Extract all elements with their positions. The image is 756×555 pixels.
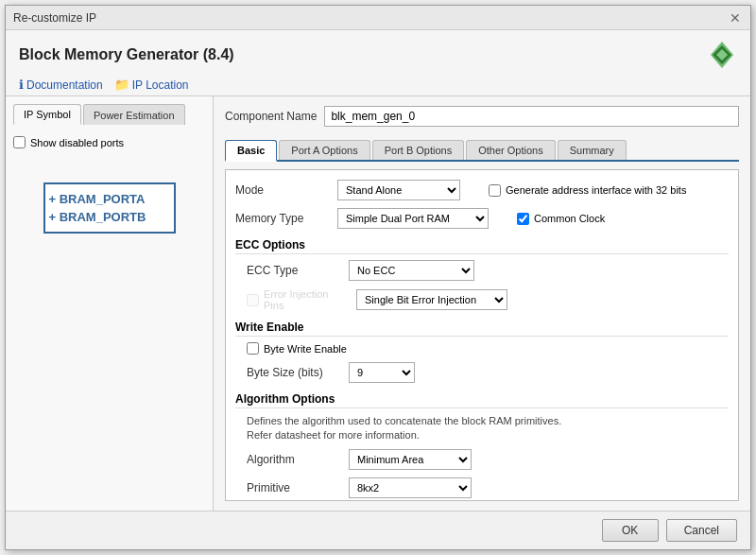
tab-ip-symbol[interactable]: IP Symbol (13, 104, 81, 125)
close-button[interactable]: ✕ (728, 10, 743, 26)
tab-porta-options[interactable]: Port A Options (279, 140, 369, 160)
left-tabs: IP Symbol Power Estimation (13, 104, 205, 125)
bram-portb-label: + BRAM_PORTB (49, 210, 146, 224)
ecc-type-row: ECC Type No ECC Hamming Code ECC SEC/DED (247, 260, 729, 281)
window-title: Re-customize IP (13, 11, 96, 25)
dialog-window: Re-customize IP ✕ Block Memory Generator… (5, 5, 751, 550)
generate-addr-label: Generate address interface with 32 bits (506, 184, 686, 196)
memory-type-select[interactable]: Simple Dual Port RAM True Dual Port RAM … (337, 208, 489, 229)
algorithm-desc: Defines the algorithm used to concatenat… (247, 414, 729, 443)
show-ports-checkbox[interactable] (13, 136, 26, 148)
documentation-label: Documentation (26, 78, 103, 92)
algorithm-desc1: Defines the algorithm used to concatenat… (247, 415, 561, 426)
component-name-label: Component Name (225, 110, 317, 123)
main-tabs: Basic Port A Options Port B Options Othe… (225, 140, 739, 162)
tab-power-estimation[interactable]: Power Estimation (83, 104, 185, 125)
error-injection-checkbox-wrap: Error Injection Pins (247, 288, 341, 311)
bram-portb-row: + BRAM_PORTB (49, 210, 170, 224)
memory-type-label: Memory Type (235, 212, 330, 225)
common-clock-label: Common Clock (534, 213, 605, 224)
error-injection-select[interactable]: Single Bit Error Injection Double Bit Er… (356, 289, 507, 310)
content-area: IP Symbol Power Estimation Show disabled… (6, 96, 750, 511)
algorithm-section-header: Algorithm Options (235, 392, 729, 408)
byte-size-select[interactable]: 9 8 (349, 362, 415, 383)
algorithm-row: Algorithm Minimum Area Low Power Fixed P… (247, 449, 729, 470)
left-panel: IP Symbol Power Estimation Show disabled… (6, 96, 214, 511)
title-bar: Re-customize IP ✕ (6, 6, 750, 30)
byte-size-row: Byte Size (bits) 9 8 (247, 362, 729, 383)
tab-summary[interactable]: Summary (558, 140, 627, 160)
common-clock-checkbox[interactable] (517, 213, 529, 225)
ok-button[interactable]: OK (602, 519, 659, 542)
mode-label: Mode (235, 183, 330, 197)
primitive-row: Primitive 8kx2 4kx4 2kx8 1kx16 (247, 477, 729, 498)
folder-icon: 📁 (114, 78, 129, 92)
header: Block Memory Generator (8.4) (6, 30, 750, 76)
algorithm-label: Algorithm (247, 453, 341, 466)
basic-tab-content: Mode Stand Alone BRAM Controller AXI Sla… (225, 169, 739, 501)
app-title: Block Memory Generator (8.4) (19, 46, 234, 63)
component-name-row: Component Name (225, 106, 739, 127)
algorithm-select[interactable]: Minimum Area Low Power Fixed Primitive (349, 449, 472, 470)
ecc-type-label: ECC Type (247, 264, 341, 277)
documentation-link[interactable]: ℹ Documentation (19, 78, 103, 92)
byte-write-enable-row: Byte Write Enable (247, 342, 729, 355)
ip-location-link[interactable]: 📁 IP Location (114, 78, 189, 92)
byte-write-enable-label: Byte Write Enable (264, 343, 347, 355)
bram-porta-label: + BRAM_PORTA (49, 192, 146, 206)
write-enable-section-header: Write Enable (235, 321, 729, 337)
common-clock-option: Common Clock (517, 213, 605, 225)
algorithm-desc2: Refer datasheet for more information. (247, 429, 420, 441)
component-name-input[interactable] (324, 106, 739, 127)
show-ports-label: Show disabled ports (30, 137, 124, 148)
vivado-logo (707, 40, 737, 70)
tab-basic[interactable]: Basic (225, 140, 277, 162)
byte-write-enable-checkbox[interactable] (247, 342, 259, 355)
generate-addr-checkbox[interactable] (489, 184, 501, 197)
primitive-label: Primitive (247, 481, 341, 494)
right-panel: Component Name Basic Port A Options Port… (214, 96, 750, 511)
ip-location-label: IP Location (132, 78, 189, 92)
error-injection-label: Error Injection Pins (264, 288, 341, 311)
ecc-section-header: ECC Options (235, 238, 729, 254)
info-icon: ℹ (19, 78, 24, 92)
generate-addr-option: Generate address interface with 32 bits (489, 184, 686, 197)
byte-write-enable-wrap: Byte Write Enable (247, 342, 347, 355)
mode-select[interactable]: Stand Alone BRAM Controller AXI Slave (337, 180, 460, 200)
toolbar: ℹ Documentation 📁 IP Location (6, 76, 750, 96)
cancel-button[interactable]: Cancel (666, 519, 737, 542)
error-injection-row: Error Injection Pins Single Bit Error In… (247, 288, 729, 311)
byte-size-label: Byte Size (bits) (247, 366, 341, 379)
ecc-type-select[interactable]: No ECC Hamming Code ECC SEC/DED (349, 260, 474, 281)
tab-portb-options[interactable]: Port B Options (372, 140, 465, 160)
bram-porta-row: + BRAM_PORTA (49, 192, 170, 206)
primitive-select[interactable]: 8kx2 4kx4 2kx8 1kx16 (349, 477, 472, 498)
footer: OK Cancel (6, 511, 750, 549)
tab-other-options[interactable]: Other Options (466, 140, 555, 160)
bram-symbol-box: + BRAM_PORTA + BRAM_PORTB (43, 182, 176, 234)
error-injection-checkbox (247, 294, 259, 306)
show-ports-row: Show disabled ports (13, 136, 205, 148)
